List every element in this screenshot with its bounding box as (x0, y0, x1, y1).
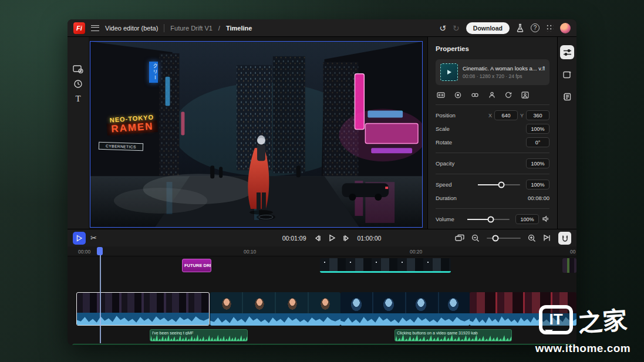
fit-timeline-icon[interactable] (455, 234, 464, 242)
video-clip-2[interactable] (210, 292, 340, 326)
duration-label: Duration (436, 195, 457, 201)
x-axis-label: X (488, 113, 492, 119)
rotate-row: Rotate (436, 136, 549, 149)
right-toolbar (557, 37, 576, 246)
effects-tab-button[interactable] (560, 67, 574, 82)
rotate-icon[interactable] (505, 92, 512, 99)
position-x-field[interactable] (494, 110, 518, 120)
transport-controls: 00:01:09 01:00:00 (244, 234, 420, 242)
text-tool-icon[interactable]: T (72, 93, 84, 104)
snapping-toggle-button[interactable] (558, 232, 571, 245)
breadcrumb-view: Timeline (226, 25, 252, 32)
breadcrumb-separator: / (218, 25, 220, 32)
download-button[interactable]: Download (466, 22, 510, 34)
opacity-field[interactable] (526, 158, 549, 168)
properties-panel: Properties Cinematic. A woman looks a...… (427, 37, 557, 246)
app-title: Video editor (beta) (105, 25, 158, 32)
video-preview[interactable]: NEO-TOKYO RAMEN CYBERNETICS クリー (90, 41, 423, 228)
offscreen-clip[interactable] (562, 258, 576, 273)
audio-waveform (77, 313, 209, 325)
history-icon[interactable] (72, 78, 84, 90)
properties-tab-button[interactable] (560, 45, 574, 59)
timeline-zoom-knob[interactable] (493, 235, 499, 241)
ithome-logo: IT (539, 305, 573, 334)
hamburger-menu-icon[interactable] (91, 25, 99, 31)
speed-label: Speed (436, 181, 451, 188)
filmstrip-icon[interactable] (437, 92, 445, 99)
video-clip-1-selected[interactable] (76, 292, 210, 326)
play-button-icon[interactable] (328, 234, 336, 242)
divider (164, 24, 164, 32)
mask-icon[interactable] (454, 92, 461, 99)
speaker-icon[interactable] (542, 214, 549, 225)
ithome-watermark: IT 之家 www.ithome.com (525, 302, 640, 355)
title-text-clip[interactable]: FUTURE DRI (182, 259, 211, 272)
scale-label: Scale (436, 126, 450, 132)
ithome-url: www.ithome.com (525, 342, 640, 355)
volume-slider-knob[interactable] (487, 216, 494, 222)
previous-frame-icon[interactable] (313, 235, 321, 242)
y-axis-label: Y (520, 113, 524, 119)
loop-icon[interactable] (471, 92, 479, 99)
selected-clip-card[interactable]: Cinematic. A woman looks a... v.ffgenvid… (436, 59, 549, 85)
volume-label: Volume (436, 216, 454, 222)
person-icon[interactable] (488, 92, 495, 99)
sfx-clip-1[interactable]: I've been seeing t gMF (150, 329, 248, 341)
firefly-logo[interactable]: Fi (73, 22, 85, 34)
zoom-out-icon[interactable] (471, 234, 480, 242)
timeline-ruler[interactable]: 00:00 00:10 00:20 00 (68, 246, 576, 256)
volume-row: Volume (436, 212, 549, 226)
split-tool-icon[interactable]: ✂ (90, 234, 97, 242)
total-timecode: 01:00:00 (358, 235, 382, 242)
ruler-label-2: 00:20 (410, 249, 422, 255)
apps-grid-icon[interactable] (546, 24, 554, 32)
neon-sign-cybernetics: CYBERNETICS (99, 142, 143, 151)
notes-tab-button[interactable] (560, 90, 574, 104)
speed-field[interactable] (526, 180, 549, 190)
clip-thumbnail (440, 63, 458, 81)
clip-name: Cinematic. A woman looks a... v.ffgenvid (463, 65, 545, 72)
opacity-label: Opacity (436, 160, 454, 167)
sfx-clip-2[interactable]: Clicking buttons on a video game 31920 k… (395, 329, 512, 341)
video-clip-3[interactable] (340, 292, 470, 326)
cyberpunk-scene (90, 42, 422, 228)
rotate-field[interactable] (526, 137, 549, 147)
timeline-view-controls (455, 232, 571, 245)
playhead-line (100, 248, 101, 343)
speed-slider-knob[interactable] (498, 181, 504, 188)
next-frame-icon[interactable] (343, 235, 350, 242)
timeline-zoom-slider[interactable] (487, 238, 521, 239)
ruler-label-0: 00:00 (78, 249, 90, 255)
position-y-field[interactable] (526, 110, 549, 120)
speed-slider[interactable] (478, 184, 520, 185)
ithome-brand: 之家 (576, 300, 628, 339)
breadcrumb-project[interactable]: Future Drift V1 (170, 25, 213, 32)
speed-row: Speed (436, 178, 549, 191)
volume-slider[interactable] (467, 219, 510, 220)
neon-sign-neo-tokyo: NEO-TOKYO RAMEN (106, 113, 158, 136)
add-media-icon[interactable] (72, 63, 84, 75)
skip-preview-icon[interactable] (543, 234, 551, 242)
user-avatar[interactable] (560, 23, 571, 33)
neon-sign-vertical: クリー (149, 62, 158, 83)
volume-field[interactable] (515, 214, 539, 224)
undo-icon[interactable]: ↺ (439, 24, 446, 32)
beaker-icon[interactable] (516, 23, 524, 32)
left-toolbar: T (68, 37, 89, 246)
music-clip[interactable]: A cyberpunk sci fi song, with or 8512422… (72, 344, 576, 345)
scale-field[interactable] (526, 124, 549, 134)
select-tool-button[interactable] (73, 232, 86, 245)
redo-icon[interactable]: ↻ (453, 24, 460, 32)
overlay-video-clip[interactable] (320, 258, 451, 273)
help-icon[interactable]: ? (531, 23, 540, 32)
ruler-label-1: 00:10 (244, 249, 256, 255)
current-timecode: 00:01:09 (282, 235, 306, 242)
timeline-toolbar: ✂ 00:01:09 01:00:00 (68, 229, 576, 246)
portrait-crop-icon[interactable] (521, 92, 529, 99)
rotate-label: Rotate (436, 139, 452, 146)
playhead-handle[interactable] (97, 247, 103, 255)
duration-row: Duration 00:08:00 (436, 191, 549, 205)
audio-waveform (340, 313, 470, 326)
position-label: Position (436, 112, 456, 119)
zoom-in-icon[interactable] (528, 234, 536, 242)
